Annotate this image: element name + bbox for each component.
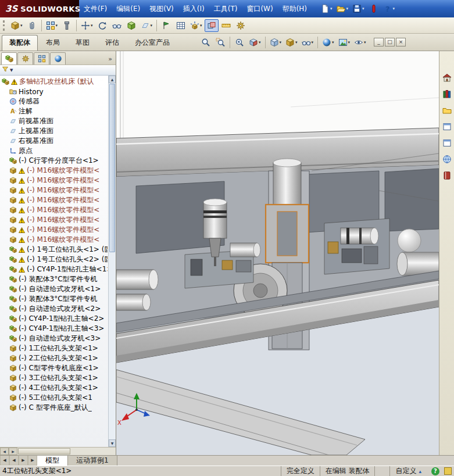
filter-dropdown-arrow[interactable]: ▼ xyxy=(10,68,13,73)
exploded-view-icon[interactable]: ▾ xyxy=(188,19,204,32)
tree-item[interactable]: (-) 1工位钻孔头支架<1> xyxy=(0,343,108,353)
bill-of-materials-icon[interactable] xyxy=(174,19,188,32)
tree-item[interactable]: 上视基准面 xyxy=(0,126,108,136)
command-tab[interactable]: 装配体 xyxy=(2,35,38,51)
dropdown-arrow-icon[interactable]: ▾ xyxy=(330,6,333,11)
tree-item[interactable]: 前视基准面 xyxy=(0,116,108,126)
bottom-tab[interactable]: 运动算例1 xyxy=(68,456,117,466)
tree-item[interactable]: (-) 自动进给式攻牙机<2> xyxy=(0,304,108,314)
insert-components-icon[interactable]: ▾ xyxy=(9,19,24,32)
options-icon[interactable] xyxy=(367,2,381,15)
tree-item[interactable]: (-) 装配体3°C型零件专机 xyxy=(0,274,108,284)
mass-properties-icon[interactable] xyxy=(234,19,248,32)
new-document-icon[interactable]: ▾ xyxy=(319,2,334,15)
featuremanager-tab[interactable] xyxy=(1,52,17,65)
tree-vertical-scrollbar[interactable]: ▲ ▼ xyxy=(108,76,116,447)
dropdown-arrow-icon[interactable]: ▾ xyxy=(91,23,93,28)
tree-item[interactable]: (-) M16螺纹零件模型< xyxy=(0,215,108,225)
move-component-icon[interactable]: ▾ xyxy=(79,19,95,32)
custom-properties-icon[interactable] xyxy=(441,170,453,181)
solidworks-resources-icon[interactable] xyxy=(441,72,453,84)
menu-edit[interactable]: 编辑(E) xyxy=(112,0,145,17)
tree-item[interactable]: (-) M16螺纹零件模型< xyxy=(0,185,108,195)
graphics-viewport[interactable]: X xyxy=(116,51,439,455)
dropdown-arrow-icon[interactable]: ▾ xyxy=(151,23,153,28)
menu-window[interactable]: 窗口(W) xyxy=(242,0,277,17)
tree-item[interactable]: (-) 5工位钻孔头支架<1 xyxy=(0,393,108,403)
next-tab-button[interactable]: ▶ xyxy=(19,456,28,466)
dropdown-arrow-icon[interactable]: ▾ xyxy=(56,23,58,28)
command-tab[interactable]: 办公室产品 xyxy=(127,35,177,51)
menu-file[interactable]: 文件(F) xyxy=(79,0,112,17)
tree-item[interactable]: (-) M16螺纹零件模型< xyxy=(0,235,108,245)
tree-item[interactable]: (-) 自动进给式攻牙机<1> xyxy=(0,284,108,294)
tree-item[interactable]: (-) C型零件专机底座<1> xyxy=(0,363,108,373)
tree-item[interactable]: (-) 1号工位钻孔头<1> (固 xyxy=(0,245,108,255)
measure-icon[interactable] xyxy=(219,19,233,32)
dropdown-arrow-icon[interactable]: ▾ xyxy=(346,6,349,11)
zoom-to-area-icon[interactable] xyxy=(213,36,227,49)
file-explorer-icon[interactable] xyxy=(441,105,453,116)
dropdown-arrow-icon[interactable]: ▾ xyxy=(20,23,23,28)
smart-fasteners-icon[interactable] xyxy=(60,19,74,32)
help-icon[interactable]: ?▾ xyxy=(381,2,397,15)
dropdown-arrow-icon[interactable]: ▾ xyxy=(362,6,364,11)
open-icon[interactable]: ▾ xyxy=(335,2,351,15)
first-tab-button[interactable]: ◀ xyxy=(0,456,9,466)
tree-item[interactable]: History xyxy=(0,87,108,96)
tree-item[interactable]: 原点 xyxy=(0,146,108,156)
tree-item[interactable]: 右视基准面 xyxy=(0,136,108,146)
minimize-button[interactable]: _ xyxy=(374,38,384,46)
menu-tools[interactable]: 工具(T) xyxy=(209,0,242,17)
tree-item[interactable]: 传感器 xyxy=(0,96,108,106)
dropdown-arrow-icon[interactable]: ▾ xyxy=(280,40,282,45)
previous-view-icon[interactable] xyxy=(233,36,246,49)
propertymanager-tab[interactable] xyxy=(17,52,33,65)
tree-item[interactable]: (-) CY4P-1型钻孔主轴<2> xyxy=(0,314,108,324)
tree-item[interactable]: (-) 3工位钻孔头支架<1> xyxy=(0,373,108,383)
display-style-icon[interactable]: ▾ xyxy=(284,36,299,49)
scroll-left-button[interactable]: ◀ xyxy=(0,448,9,455)
tree-item[interactable]: (-) C行零件分度平台<1> xyxy=(0,156,108,166)
viewport-3d-model[interactable]: X xyxy=(116,51,439,455)
scroll-up-button[interactable]: ▲ xyxy=(109,76,116,83)
tree-item[interactable]: (-) CY4P-1型钻孔主轴<1> xyxy=(0,264,108,274)
command-tab[interactable]: 布局 xyxy=(38,35,67,51)
hscrollbar-thumb[interactable] xyxy=(18,448,70,454)
reference-geometry-icon[interactable]: ▾ xyxy=(139,19,155,32)
dropdown-arrow-icon[interactable]: ▾ xyxy=(259,40,261,45)
configurationmanager-tab[interactable] xyxy=(34,52,49,65)
note-icon[interactable] xyxy=(444,467,452,475)
tree-filter-bar[interactable]: ▼ xyxy=(0,65,116,76)
filter-funnel-icon[interactable] xyxy=(2,66,9,74)
panel-overflow-chevron[interactable]: » xyxy=(105,55,116,65)
hide-show-items-icon[interactable]: ▾ xyxy=(300,36,316,49)
menu-help[interactable]: 帮助(H) xyxy=(278,0,312,17)
linear-component-pattern-icon[interactable]: ▾ xyxy=(44,19,60,32)
design-library-icon[interactable] xyxy=(441,88,453,100)
tree-item[interactable]: (-) M16螺纹零件模型< xyxy=(0,205,108,215)
assembly-features-icon[interactable] xyxy=(124,19,138,32)
command-tab[interactable]: 草图 xyxy=(68,35,97,51)
document-recovery-icon[interactable] xyxy=(441,137,453,149)
mate-icon[interactable] xyxy=(25,19,39,32)
previous-tab-button[interactable]: ◀ xyxy=(9,456,19,466)
tree-item[interactable]: (-) 4工位钻孔头支架<1> xyxy=(0,383,108,393)
appearances-scenes-icon[interactable] xyxy=(441,153,453,165)
tree-item[interactable]: (-) 2工位钻孔头支架<1> xyxy=(0,353,108,363)
dropdown-arrow-icon[interactable]: ▾ xyxy=(348,40,351,45)
dropdown-arrow-icon[interactable]: ▾ xyxy=(332,40,334,45)
apply-scene-icon[interactable]: ▾ xyxy=(337,36,352,49)
toolbar-grip[interactable] xyxy=(3,20,5,31)
tree-horizontal-scrollbar[interactable]: ◀ ▶ xyxy=(0,447,116,455)
view-orientation-icon[interactable]: ▾ xyxy=(268,36,284,49)
customize-combo[interactable]: 自定义 ▴ xyxy=(389,466,427,476)
tree-item[interactable]: (-) CY4P-1型钻孔主轴<3> xyxy=(0,324,108,334)
dropdown-arrow-icon[interactable]: ▾ xyxy=(200,23,202,28)
tree-root-item[interactable]: 多轴钻孔攻丝机床 (默认 xyxy=(0,77,108,87)
tree-item[interactable]: (-) M16螺纹零件模型< xyxy=(0,195,108,205)
tree-item[interactable]: (-) 自动进给式攻牙机<3> xyxy=(0,334,108,343)
new-motion-study-icon[interactable] xyxy=(159,19,173,32)
command-tab[interactable]: 评估 xyxy=(98,35,127,51)
tree-item[interactable]: (-) M16螺纹零件模型< xyxy=(0,166,108,176)
